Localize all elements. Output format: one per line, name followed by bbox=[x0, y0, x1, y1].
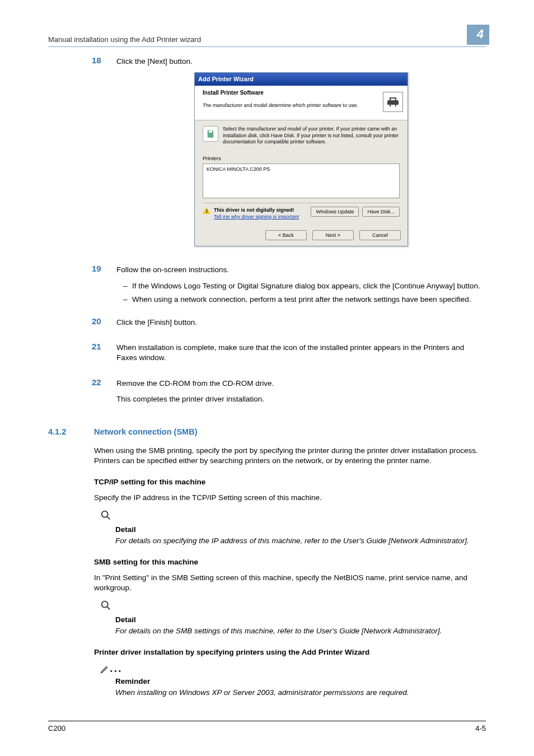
sublist-item: When using a network connection, perform… bbox=[132, 295, 486, 305]
disk-icon bbox=[203, 126, 218, 142]
page-footer: C200 4-5 bbox=[48, 721, 486, 734]
section-title: Network connection (SMB) bbox=[92, 427, 486, 438]
warning-icon bbox=[203, 207, 210, 214]
svg-line-3 bbox=[107, 606, 110, 609]
printer-icon bbox=[383, 92, 403, 112]
section-heading: 4.1.2 Network connection (SMB) bbox=[48, 427, 486, 438]
smb-heading: SMB setting for this machine bbox=[94, 557, 486, 567]
warn-link[interactable]: Tell me why driver signing is important bbox=[214, 213, 299, 220]
step-21: 21 When installation is complete, make s… bbox=[48, 341, 486, 368]
dialog-header-subtitle: The manufacturer and model determine whi… bbox=[203, 102, 358, 109]
section-number: 4.1.2 bbox=[48, 427, 92, 438]
driver-install-heading: Printer driver installation by specifyin… bbox=[94, 647, 486, 657]
detail-body: For details on the SMB settings of this … bbox=[115, 626, 486, 636]
tcpip-body: Specify the IP address in the TCP/IP Set… bbox=[94, 493, 486, 503]
step-after-text: This completes the printer driver instal… bbox=[116, 394, 486, 404]
step-text: Click the [Finish] button. bbox=[116, 318, 486, 328]
dialog-info-text: Select the manufacturer and model of you… bbox=[223, 126, 400, 145]
driver-signing-row: This driver is not digitally signed! Tel… bbox=[203, 203, 400, 220]
add-printer-wizard-dialog: Add Printer Wizard Install Printer Softw… bbox=[194, 72, 408, 246]
magnifier-icon bbox=[100, 599, 112, 614]
warn-text-bold: This driver is not digitally signed! bbox=[214, 207, 299, 213]
step-text: Follow the on-screen instructions. bbox=[116, 265, 486, 275]
tcpip-heading: TCP/IP setting for this machine bbox=[94, 477, 486, 487]
back-button[interactable]: < Back bbox=[265, 230, 307, 240]
cancel-button[interactable]: Cancel bbox=[359, 230, 401, 240]
step-text: When installation is complete, make sure… bbox=[116, 343, 486, 363]
tcpip-detail-note: Detail For details on specifying the IP … bbox=[104, 509, 486, 546]
header-title: Manual installation using the Add Printe… bbox=[48, 35, 201, 45]
magnifier-icon bbox=[100, 509, 112, 524]
printers-list-label: Printers bbox=[203, 155, 400, 162]
step-20: 20 Click the [Finish] button. bbox=[48, 316, 486, 333]
have-disk-button[interactable]: Have Disk... bbox=[362, 207, 400, 217]
next-button[interactable]: Next > bbox=[312, 230, 354, 240]
step-sublist: If the Windows Logo Testing or Digital S… bbox=[116, 281, 486, 305]
chapter-number: 4 bbox=[467, 25, 489, 45]
footer-left: C200 bbox=[48, 724, 65, 734]
step-text: Remove the CD-ROM from the CD-ROM drive. bbox=[116, 379, 486, 389]
paragraph: When using the SMB printing, specify the… bbox=[94, 446, 486, 466]
page-header: Manual installation using the Add Printe… bbox=[48, 25, 486, 47]
dialog-info-row: Select the manufacturer and model of you… bbox=[203, 126, 400, 145]
section-intro: When using the SMB printing, specify the… bbox=[94, 446, 486, 466]
step-19: 19 Follow the on-screen instructions. If… bbox=[48, 263, 486, 308]
svg-point-0 bbox=[102, 511, 108, 517]
step-18: 18 Click the [Next] button. Add Printer … bbox=[48, 55, 486, 256]
step-22: 22 Remove the CD-ROM from the CD-ROM dri… bbox=[48, 377, 486, 410]
reminder-body: When installing on Windows XP or Server … bbox=[115, 688, 486, 698]
detail-title: Detail bbox=[115, 525, 486, 535]
dialog-header: Install Printer Software The manufacture… bbox=[195, 86, 407, 121]
step-body: Click the [Next] button. Add Printer Wiz… bbox=[116, 55, 486, 256]
smb-body: In "Print Setting" in the SMB Setting sc… bbox=[94, 573, 486, 593]
reminder-title: Reminder bbox=[115, 676, 486, 687]
svg-point-2 bbox=[102, 601, 108, 607]
pencil-icon: ... bbox=[100, 663, 123, 675]
printers-list-item[interactable]: KONICA MINOLTA C200 PS bbox=[207, 166, 396, 172]
svg-line-1 bbox=[107, 516, 110, 519]
dialog-header-title: Install Printer Software bbox=[203, 89, 358, 97]
sublist-item: If the Windows Logo Testing or Digital S… bbox=[132, 281, 486, 291]
footer-right: 4-5 bbox=[475, 724, 486, 734]
detail-body: For details on specifying the IP address… bbox=[115, 536, 486, 546]
step-number: 18 bbox=[48, 55, 116, 256]
windows-update-button[interactable]: Windows Update bbox=[311, 207, 359, 217]
reminder-note: ... Reminder When installing on Windows … bbox=[104, 663, 486, 698]
step-number: 22 bbox=[48, 377, 116, 410]
printers-listbox[interactable]: KONICA MINOLTA C200 PS bbox=[203, 164, 400, 198]
dialog-titlebar: Add Printer Wizard bbox=[195, 73, 407, 86]
detail-title: Detail bbox=[115, 615, 486, 625]
step-number: 19 bbox=[48, 263, 116, 308]
step-number: 21 bbox=[48, 341, 116, 368]
smb-detail-note: Detail For details on the SMB settings o… bbox=[104, 599, 486, 636]
step-number: 20 bbox=[48, 316, 116, 333]
step-text: Click the [Next] button. bbox=[116, 57, 486, 67]
dialog-nav-buttons: < Back Next > Cancel bbox=[195, 225, 407, 246]
